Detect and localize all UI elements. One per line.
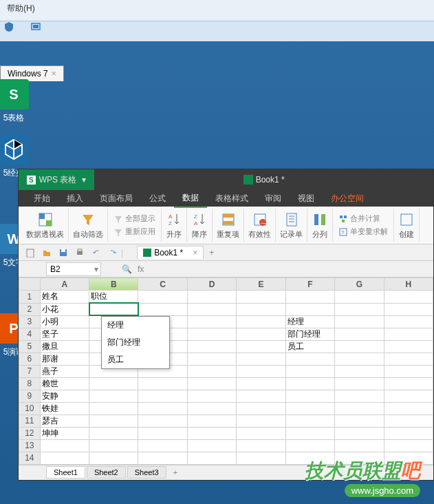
- new-icon[interactable]: [23, 246, 37, 260]
- cell[interactable]: 姓名: [40, 291, 89, 304]
- sort-asc-button[interactable]: AZ升序: [162, 209, 187, 242]
- row-header[interactable]: 14: [19, 452, 41, 464]
- reapply-button[interactable]: 重新应用: [111, 225, 158, 238]
- dropdown-option[interactable]: 经理: [102, 317, 169, 334]
- cell[interactable]: 瑟吉: [40, 414, 89, 427]
- col-header-b[interactable]: B: [89, 278, 138, 291]
- cell[interactable]: 小花: [40, 303, 89, 315]
- chevron-down-icon: ▾: [82, 175, 86, 185]
- tab-insert[interactable]: 插入: [58, 190, 91, 207]
- showall-button[interactable]: 全部显示: [111, 212, 158, 225]
- row-header[interactable]: 7: [19, 365, 41, 377]
- validity-button[interactable]: —有效性: [244, 209, 276, 242]
- row-header[interactable]: 3: [19, 315, 41, 328]
- col-header-c[interactable]: C: [138, 278, 187, 291]
- print-icon[interactable]: [73, 246, 87, 260]
- sheet-tab[interactable]: Sheet2: [87, 466, 126, 479]
- row-header[interactable]: 13: [19, 439, 41, 452]
- autofilter-button[interactable]: 自动筛选: [69, 209, 108, 242]
- undo-icon[interactable]: [89, 246, 103, 260]
- row-header[interactable]: 5: [19, 340, 41, 353]
- create-button[interactable]: 创建: [394, 209, 420, 242]
- cell-reference[interactable]: B2: [46, 262, 101, 276]
- svg-text:?: ?: [341, 229, 345, 235]
- sheet-tab[interactable]: Sheet3: [127, 466, 166, 479]
- solver-button[interactable]: ?单变量求解: [336, 225, 391, 238]
- active-cell[interactable]: ▼: [89, 303, 138, 315]
- spreadsheet-grid[interactable]: A B C D E F G H 1姓名职位 2小花▼ 3小明经理 4坚子部门经理…: [19, 277, 433, 465]
- row-header[interactable]: 1: [19, 291, 41, 304]
- svg-rect-20: [321, 214, 325, 225]
- tab-home[interactable]: 开始: [25, 190, 58, 207]
- ribbon: 数据透视表 自动筛选 全部显示 重新应用 AZ升序 ZA降序 重复项 —有效性 …: [19, 207, 433, 244]
- cell[interactable]: 坚子: [40, 328, 89, 340]
- sheet-tab[interactable]: Sheet1: [46, 466, 85, 479]
- col-header-h[interactable]: H: [384, 278, 433, 291]
- textcol-button[interactable]: 分列: [307, 209, 333, 242]
- col-header-e[interactable]: E: [237, 278, 285, 291]
- cell[interactable]: 职位: [89, 291, 138, 304]
- cell[interactable]: 员工: [285, 340, 334, 353]
- svg-rect-21: [340, 216, 343, 218]
- cell[interactable]: 坤坤: [40, 427, 89, 439]
- consolidate-button[interactable]: 合并计算: [336, 212, 391, 225]
- dropdown-option[interactable]: 员工: [102, 351, 169, 368]
- svg-rect-30: [77, 251, 83, 255]
- close-icon[interactable]: ×: [52, 69, 56, 78]
- row-header[interactable]: 6: [19, 353, 41, 365]
- desktop-icon-sheets[interactable]: S5表格: [0, 79, 34, 124]
- col-header-d[interactable]: D: [187, 278, 236, 291]
- dropdown-option[interactable]: 部门经理: [102, 334, 169, 351]
- svg-text:—: —: [261, 220, 266, 226]
- svg-rect-3: [39, 213, 45, 219]
- row-header[interactable]: 2: [19, 303, 41, 315]
- col-header-a[interactable]: A: [40, 278, 89, 291]
- wps-logo-button[interactable]: S WPS 表格 ▾: [19, 169, 94, 190]
- add-tab-button[interactable]: +: [209, 248, 214, 258]
- row-header[interactable]: 8: [19, 377, 41, 390]
- add-sheet-button[interactable]: +: [173, 468, 177, 476]
- monitor-icon[interactable]: [30, 21, 51, 42]
- shield-icon[interactable]: [3, 21, 24, 42]
- cell[interactable]: 那谢: [40, 353, 89, 365]
- cell[interactable]: 部门经理: [285, 328, 334, 340]
- dropdown-arrow-icon[interactable]: ▼: [138, 304, 138, 315]
- cell[interactable]: 小明: [40, 315, 89, 328]
- tab-review[interactable]: 审阅: [257, 190, 290, 207]
- tab-data[interactable]: 数据: [174, 189, 207, 208]
- sort-desc-button[interactable]: ZA降序: [187, 209, 213, 242]
- svg-rect-19: [314, 214, 318, 225]
- cell[interactable]: 赖世: [40, 377, 89, 390]
- cell[interactable]: 安静: [40, 390, 89, 402]
- help-menu[interactable]: 帮助(H): [0, 0, 434, 21]
- row-header[interactable]: 10: [19, 402, 41, 414]
- cell[interactable]: 经理: [285, 315, 334, 328]
- select-all-corner[interactable]: [19, 278, 41, 291]
- formula-bar: B2 🔍 fx: [19, 261, 433, 277]
- open-icon[interactable]: [40, 246, 54, 260]
- tab-office[interactable]: 办公空间: [323, 190, 372, 207]
- fx-search-icon[interactable]: 🔍: [122, 264, 132, 274]
- col-header-f[interactable]: F: [285, 278, 334, 291]
- row-header[interactable]: 12: [19, 427, 41, 439]
- row-header[interactable]: 4: [19, 328, 41, 340]
- redo-icon[interactable]: [106, 246, 120, 260]
- duplicates-button[interactable]: 重复项: [213, 209, 244, 242]
- cell[interactable]: 燕子: [40, 365, 89, 377]
- tab-formula[interactable]: 公式: [141, 190, 174, 207]
- close-icon[interactable]: ×: [193, 248, 197, 258]
- save-icon[interactable]: [56, 246, 70, 260]
- cell[interactable]: 铁娃: [40, 402, 89, 414]
- tab-view[interactable]: 视图: [290, 190, 323, 207]
- fx-button[interactable]: fx: [138, 264, 144, 274]
- col-header-g[interactable]: G: [335, 278, 384, 291]
- tab-pagelayout[interactable]: 页面布局: [91, 190, 141, 207]
- row-header[interactable]: 9: [19, 390, 41, 402]
- tab-tablestyle[interactable]: 表格样式: [207, 190, 257, 207]
- svg-text:A: A: [169, 213, 173, 220]
- doc-tab[interactable]: Book1 * ×: [137, 246, 204, 259]
- pivot-button[interactable]: 数据透视表: [22, 209, 69, 242]
- form-button[interactable]: 记录单: [276, 209, 307, 242]
- cell[interactable]: 撒旦: [40, 340, 89, 353]
- row-header[interactable]: 11: [19, 414, 41, 427]
